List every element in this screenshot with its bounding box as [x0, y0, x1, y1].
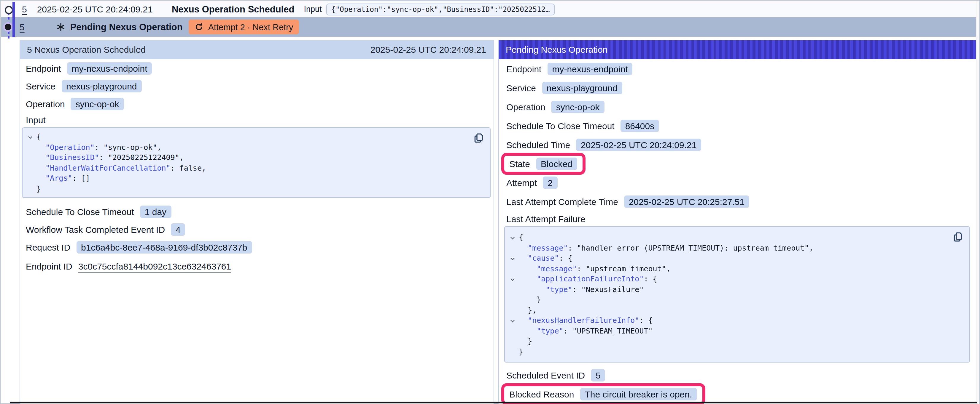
- field-value-badge: 2025-02-25 UTC 20:25:27.51: [624, 195, 749, 208]
- failure-section-label: Last Attempt Failure: [506, 214, 969, 224]
- input-label: Input: [304, 5, 321, 14]
- panel-title: Pending Nexus Operation: [506, 45, 608, 55]
- field-label: Scheduled Time: [506, 139, 570, 150]
- field-label: Endpoint ID: [26, 261, 72, 271]
- input-preview-badge[interactable]: {"Operation":"sync-op-ok","BusinessID":"…: [326, 3, 554, 15]
- field-label: Endpoint: [26, 63, 61, 73]
- field-label: Service: [506, 82, 536, 93]
- state-value-badge: Blocked: [536, 157, 577, 170]
- field-row: Endpoint my-nexus-endpoint: [506, 62, 969, 75]
- vertical-scrollbar[interactable]: [976, 1, 979, 404]
- field-value-badge: 2: [543, 176, 557, 189]
- json-line-gutter: [509, 295, 519, 305]
- field-value-badge: 1 day: [140, 205, 171, 218]
- chevron-down-icon[interactable]: [27, 131, 37, 142]
- field-label: Last Attempt Complete Time: [506, 196, 618, 206]
- json-line: "type": "NexusFailure": [509, 284, 962, 295]
- field-value-badge: sync-op-ok: [551, 100, 605, 113]
- json-line: "type": "UPSTREAM_TIMEOUT": [509, 325, 962, 336]
- field-label: Operation: [26, 99, 65, 109]
- json-line-gutter: [27, 163, 37, 173]
- copy-icon[interactable]: [952, 231, 964, 243]
- json-line: "message": "upstream timeout",: [509, 263, 962, 274]
- json-line: "Args": []: [27, 173, 483, 183]
- input-section-label: Input: [26, 115, 486, 125]
- field-label: State: [509, 158, 530, 168]
- field-label: Scheduled Event ID: [506, 370, 585, 380]
- field-value-badge: 86400s: [620, 119, 659, 132]
- json-line-gutter: [509, 263, 519, 274]
- json-line: },: [509, 305, 962, 315]
- json-line-gutter: [509, 325, 519, 336]
- attempt-badge-label: Attempt 2 · Next Retry: [208, 22, 293, 32]
- json-line: "applicationFailureInfo": {: [509, 274, 962, 284]
- field-row: Operation sync-op-ok: [26, 97, 486, 110]
- field-label: Endpoint: [506, 64, 541, 74]
- event-type-label: Nexus Operation Scheduled: [172, 4, 294, 14]
- expanded-row-bottom-border: [10, 402, 977, 403]
- pending-operation-panel: Pending Nexus Operation Endpoint my-nexu…: [498, 40, 977, 404]
- json-line: "nexusHandlerFailureInfo": {: [509, 315, 962, 325]
- field-label: Workflow Task Completed Event ID: [26, 224, 165, 234]
- field-value-badge: my-nexus-endpoint: [547, 62, 632, 75]
- field-row: Operation sync-op-ok: [506, 100, 969, 113]
- event-row-scheduled[interactable]: 5 2025-02-25 UTC 20:24:09.21 Nexus Opera…: [1, 1, 977, 17]
- json-line: "BusinessID": "20250225122409",: [27, 152, 483, 163]
- event-history-detail-view: 5 2025-02-25 UTC 20:24:09.21 Nexus Opera…: [0, 0, 980, 404]
- event-id-link[interactable]: 5: [19, 22, 25, 32]
- json-line-gutter: [509, 242, 519, 253]
- scheduled-event-panel: 5 Nexus Operation Scheduled 2025-02-25 U…: [19, 40, 494, 404]
- json-line-gutter: [27, 152, 37, 163]
- endpoint-id-row: Endpoint ID 3c0c75ccfa8144b092c13ce63246…: [26, 260, 486, 273]
- chevron-down-icon[interactable]: [509, 253, 519, 263]
- timeline-active-bar: [13, 2, 14, 37]
- event-timestamp: 2025-02-25 UTC 20:24:09.21: [37, 4, 153, 14]
- chevron-down-icon[interactable]: [509, 274, 519, 284]
- field-value-badge: sync-op-ok: [71, 97, 124, 110]
- json-line: }: [509, 346, 962, 356]
- field-label: Request ID: [26, 242, 70, 252]
- json-line-gutter: [509, 305, 519, 315]
- json-line: {: [509, 232, 962, 242]
- event-row-pending[interactable]: 5 Pending Nexus Operation Attempt 2 · Ne…: [1, 17, 977, 37]
- json-line-gutter: [509, 346, 519, 356]
- chevron-down-icon[interactable]: [509, 232, 519, 242]
- scheduled-panel-body: Endpoint my-nexus-endpoint Service nexus…: [20, 59, 493, 273]
- field-value-badge: nexus-playground: [542, 81, 622, 94]
- event-rows: 5 2025-02-25 UTC 20:24:09.21 Nexus Opera…: [1, 1, 977, 37]
- state-annotation-box: State Blocked: [501, 152, 585, 174]
- json-line-gutter: [509, 336, 519, 346]
- json-line: {: [27, 131, 483, 142]
- field-value-badge: 5: [591, 369, 605, 381]
- panel-timestamp: 2025-02-25 UTC 20:24:09.21: [371, 45, 486, 55]
- field-value-badge: b1c6a4bc-8ee7-468a-9169-df3b02c8737b: [76, 241, 252, 253]
- field-value-badge: nexus-playground: [61, 80, 142, 92]
- field-row: Service nexus-playground: [26, 79, 486, 92]
- state-row: State Blocked: [506, 157, 969, 170]
- timeline-filled-dot-icon: [5, 24, 11, 30]
- field-row: Schedule To Close Timeout 1 day: [26, 205, 486, 218]
- blocked-reason-annotation-box: Blocked Reason The circuit breaker is op…: [501, 383, 705, 404]
- input-json-viewer: { "Operation": "sync-op-ok", "BusinessID…: [22, 127, 490, 198]
- pending-panel-body: Endpoint my-nexus-endpoint Service nexus…: [499, 59, 976, 401]
- field-row: Attempt 2: [506, 176, 969, 189]
- attempt-retry-badge[interactable]: Attempt 2 · Next Retry: [189, 19, 299, 34]
- failure-json-viewer: { "message": "handler error (UPSTREAM_TI…: [504, 226, 970, 363]
- chevron-down-icon[interactable]: [509, 315, 519, 325]
- field-row: Service nexus-playground: [506, 81, 969, 94]
- field-row: Schedule To Close Timeout 86400s: [506, 119, 969, 132]
- json-line: "HandlerWaitForCancellation": false,: [27, 163, 483, 173]
- blocked-reason-badge: The circuit breaker is open.: [580, 388, 697, 400]
- retry-icon: [194, 22, 204, 32]
- field-row: Endpoint my-nexus-endpoint: [26, 62, 486, 74]
- pending-asterisk-icon: [57, 22, 65, 32]
- endpoint-id-link[interactable]: 3c0c75ccfa8144b092c13ce632463761: [78, 261, 231, 271]
- json-line-gutter: [509, 284, 519, 295]
- json-line: }: [27, 183, 483, 194]
- json-line-gutter: [27, 183, 37, 194]
- event-id-link[interactable]: 5: [22, 4, 27, 14]
- field-label: Schedule To Close Timeout: [26, 206, 134, 217]
- json-line: "message": "handler error (UPSTREAM_TIME…: [509, 242, 962, 253]
- timeline-open-circle-icon: [5, 6, 13, 14]
- copy-icon[interactable]: [473, 132, 484, 144]
